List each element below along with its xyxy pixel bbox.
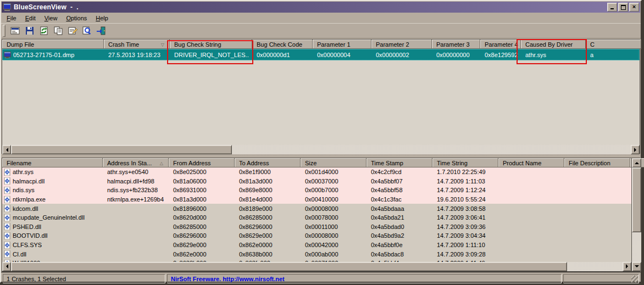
scroll-left-icon [4, 264, 8, 269]
pane-splitter[interactable] [1, 154, 641, 158]
crash-column-bug-check-string[interactable]: Bug Check String [170, 40, 252, 49]
cell-text: 0x4a5bdac8 [371, 251, 404, 258]
driver-row[interactable]: ndis.sysndis.sys+fb232b380x869310000x869… [2, 186, 631, 195]
driver-column-product-name[interactable]: Product Name [498, 158, 564, 167]
vscroll-thumb[interactable] [632, 167, 641, 232]
cell-to-address: 0x86285000 [235, 214, 301, 221]
crash-column-dump-file[interactable]: Dump File [2, 40, 104, 49]
driver-column-file-description[interactable]: File Description [564, 158, 630, 167]
cell-text: 0x00000004 [317, 52, 351, 58]
menu-options[interactable]: Options [62, 14, 91, 23]
driver-column-time-stamp[interactable]: Time Stamp [367, 158, 432, 167]
scroll-up-button[interactable] [632, 158, 641, 167]
driver-column-address-in-sta-[interactable]: Address In Sta...△ [103, 158, 169, 167]
driver-file-icon [4, 242, 10, 249]
copy-button[interactable] [52, 25, 65, 37]
driver-row[interactable]: athr.sysathr.sys+e05400x8e0250000x8e1f90… [2, 167, 631, 177]
vscroll-track[interactable] [632, 232, 641, 262]
status-nirsoft-link[interactable]: NirSoft Freeware. http://www.nirsoft.net [167, 274, 562, 283]
copy-icon [53, 26, 63, 35]
close-button[interactable]: × [629, 3, 639, 12]
driver-column-time-string[interactable]: Time String [432, 158, 498, 167]
column-label: Bug Check String [174, 41, 221, 48]
cell-text: DRIVER_IRQL_NOT_LES.. [174, 52, 249, 58]
menu-edit[interactable]: Edit [21, 14, 40, 23]
driver-column-filename[interactable]: Filename [2, 158, 103, 167]
maximize-button[interactable] [618, 3, 628, 12]
scroll-right-button[interactable] [631, 145, 640, 154]
cell-from-address: 0x81a3d000 [169, 196, 235, 203]
driver-column-size[interactable]: Size [301, 158, 367, 167]
cell-text: 0x4c1c3fac [371, 196, 402, 203]
cell-address-in-sta-: halmacpi.dll+fd98 [103, 178, 169, 185]
driver-column-from-address[interactable]: From Address [169, 158, 235, 167]
crash-column-parameter-4[interactable]: Parameter 4 [480, 40, 521, 49]
crash-column-caused-by-driver[interactable]: Caused By Driver [521, 40, 586, 49]
driver-list-hscrollbar[interactable] [2, 262, 631, 271]
driver-list-vscrollbar[interactable] [631, 158, 641, 271]
driver-row[interactable]: mcupdate_GenuineIntel.dll0x8620d0000x862… [2, 213, 631, 222]
driver-row[interactable]: CLFS.SYS0x8629e0000x862e00000x000420000x… [2, 241, 631, 250]
driver-row[interactable]: BOOTVID.dll0x862960000x8629e0000x0000800… [2, 231, 631, 241]
crash-column-parameter-2[interactable]: Parameter 2 [371, 40, 432, 49]
crash-column-parameter-3[interactable]: Parameter 3 [432, 40, 480, 49]
cell-text: 0x4a5bda21 [371, 214, 404, 221]
refresh-button[interactable] [37, 25, 51, 37]
title-bar[interactable]: BlueScreenView - . × [2, 2, 640, 13]
find-button[interactable] [80, 25, 93, 37]
toolbar-grip[interactable] [3, 25, 5, 37]
cell-text: 0x81a3d000 [239, 178, 273, 185]
scroll-down-button[interactable] [632, 262, 641, 271]
hscroll-thumb[interactable] [11, 145, 232, 154]
cell-size: 0x00078000 [301, 214, 367, 221]
find-icon [82, 26, 92, 35]
cell-time-string: 14.7.2009 3:09:36 [432, 223, 498, 230]
column-label: Parameter 4 [485, 41, 518, 48]
driver-row[interactable]: halmacpi.dllhalmacpi.dll+fd980x81a060000… [2, 177, 631, 186]
driver-row[interactable]: CI.dll0x862e00000x8638b0000x000ab0000x4a… [2, 249, 631, 259]
crash-row-selected[interactable]: 052713-27175-01.dmp27.5.2013 19:18:23DRI… [2, 49, 640, 60]
properties-icon [68, 26, 77, 35]
scroll-left-button[interactable] [2, 145, 11, 154]
cell-caused-by-driver: athr.sys [521, 52, 586, 58]
advanced-options-button[interactable] [9, 25, 22, 37]
column-label: Size [305, 160, 317, 166]
cell-text: 14.7.2009 1:12:24 [437, 187, 486, 193]
cell-text: 14.7.2009 1:11:10 [437, 242, 485, 248]
scroll-left-button[interactable] [2, 262, 11, 271]
hscroll-track[interactable] [232, 145, 631, 154]
column-label: Parameter 2 [376, 41, 409, 48]
menu-help[interactable]: Help [91, 14, 113, 23]
cell-time-string: 14.7.2009 1:12:24 [432, 187, 498, 193]
cell-size: 0x00042000 [301, 242, 367, 248]
minimize-button[interactable] [607, 3, 617, 12]
cell-text: 0x86296000 [239, 223, 273, 230]
driver-column-to-address[interactable]: To Address [235, 158, 301, 167]
exit-button[interactable] [95, 25, 108, 37]
hscroll-thumb[interactable] [11, 262, 567, 271]
menu-file[interactable]: File [2, 14, 21, 23]
cell-text: 0x4a5bdaaa [371, 205, 404, 212]
properties-button[interactable] [66, 25, 79, 37]
column-label: To Address [239, 160, 269, 166]
hscroll-track[interactable] [567, 262, 623, 271]
menu-view[interactable]: View [40, 14, 62, 23]
driver-row[interactable]: kdcom.dll0x818960000x8189e0000x000080000… [2, 204, 631, 213]
scroll-right-button[interactable] [623, 262, 631, 271]
cell-text: 0x00078000 [305, 214, 338, 221]
driver-row[interactable]: ntkrnlpa.exentkrnlpa.exe+1269b40x81a3d00… [2, 195, 631, 204]
cell-from-address: 0x8e025000 [169, 169, 235, 175]
save-button[interactable] [23, 25, 36, 37]
crash-column-bug-check-code[interactable]: Bug Check Code [252, 40, 313, 49]
cell-time-string: 14.7.2009 3:09:28 [432, 251, 498, 258]
crash-column-parameter-1[interactable]: Parameter 1 [313, 40, 371, 49]
crash-column-crash-time[interactable]: Crash Time▽ [104, 40, 170, 49]
crash-column-c[interactable]: C [586, 40, 641, 49]
cell-text: 1.7.2010 22:25:49 [437, 169, 486, 175]
menu-bar: FileEditViewOptionsHelp [1, 13, 641, 24]
resize-grip[interactable] [631, 276, 638, 282]
driver-row[interactable]: PSHED.dll0x862850000x862960000x000110000… [2, 222, 631, 232]
crash-list-hscrollbar[interactable] [2, 145, 640, 154]
driver-file-icon [4, 205, 10, 212]
cell-text: 0x00000002 [376, 52, 409, 58]
